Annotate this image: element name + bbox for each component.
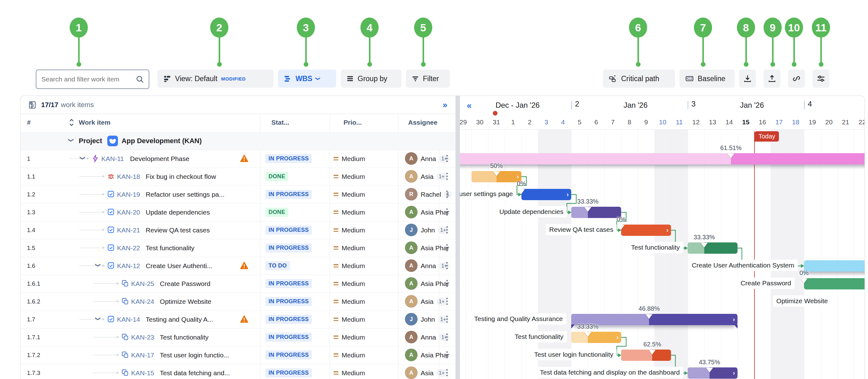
- col-header-priority[interactable]: Prio...: [343, 119, 362, 126]
- work-item-title[interactable]: Test data fetching and...: [160, 364, 230, 379]
- row-menu-button[interactable]: [446, 190, 448, 201]
- gantt-bar-row7[interactable]: [804, 278, 865, 289]
- work-item-title[interactable]: Testing and Quality A...: [146, 310, 213, 328]
- table-row-KAN-15[interactable]: 1.7.3KAN-15Test data fetching and...IN P…: [21, 364, 456, 379]
- status-badge[interactable]: IN PROGRESS: [266, 333, 312, 342]
- table-row-KAN-24[interactable]: 1.6.2KAN-24Optimize WebsiteIN PROGRESSMe…: [21, 292, 456, 311]
- table-row-KAN-21[interactable]: 1.4KAN-21Review QA test casesIN PROGRESS…: [21, 221, 456, 239]
- work-item-key[interactable]: KAN-14: [117, 310, 140, 328]
- chevron-down-icon[interactable]: ❯: [95, 263, 101, 267]
- table-row-KAN-23[interactable]: 1.7.1KAN-23Test functionalityIN PROGRESS…: [21, 328, 456, 346]
- search-input-wrap[interactable]: [36, 70, 149, 89]
- work-item-title[interactable]: Test user login functio...: [160, 346, 229, 364]
- col-header-status[interactable]: Stat...: [271, 119, 289, 126]
- row-menu-button[interactable]: [446, 350, 448, 361]
- chevron-down-icon[interactable]: ❯: [95, 316, 101, 321]
- row-menu-button[interactable]: [446, 297, 448, 308]
- gantt-bar-row2[interactable]: ›: [521, 189, 571, 200]
- work-item-key[interactable]: KAN-22: [117, 239, 140, 257]
- scroll-left-icon[interactable]: «: [467, 101, 471, 110]
- priority-cell[interactable]: Medium: [334, 168, 365, 185]
- status-badge[interactable]: IN PROGRESS: [266, 297, 312, 306]
- row-menu-button[interactable]: [446, 279, 448, 290]
- row-menu-button[interactable]: [446, 368, 448, 379]
- panel-splitter[interactable]: [456, 96, 460, 379]
- table-row-KAN-25[interactable]: 1.6.1KAN-25Create PasswordIN PROGRESSMed…: [21, 275, 456, 293]
- status-badge[interactable]: IN PROGRESS: [266, 190, 312, 199]
- settings-sliders-button[interactable]: [812, 70, 829, 88]
- work-item-key[interactable]: KAN-18: [117, 168, 140, 185]
- status-badge[interactable]: IN PROGRESS: [266, 243, 312, 252]
- work-item-key[interactable]: KAN-15: [131, 364, 154, 379]
- expand-all-icon[interactable]: [68, 118, 75, 128]
- expand-table-icon[interactable]: »: [443, 100, 447, 110]
- table-row-KAN-14[interactable]: 1.7❯KAN-14Testing and Quality A...IN PRO…: [21, 310, 456, 329]
- work-item-title[interactable]: Refactor user settings pa...: [146, 185, 225, 203]
- work-item-key[interactable]: KAN-11: [101, 150, 124, 168]
- row-menu-button[interactable]: [446, 261, 448, 272]
- gantt-bar-row3[interactable]: [571, 207, 621, 218]
- table-row-KAN-17[interactable]: 1.7.2KAN-17Test user login functio...IN …: [21, 346, 456, 364]
- work-item-title[interactable]: Update dependencies: [146, 203, 210, 221]
- work-item-key[interactable]: KAN-20: [117, 203, 140, 221]
- search-input[interactable]: [36, 75, 135, 83]
- work-item-title[interactable]: Optimize Website: [160, 292, 211, 310]
- col-header-num[interactable]: #: [27, 119, 31, 126]
- priority-cell[interactable]: Medium: [334, 292, 365, 310]
- gantt-bar-row10[interactable]: ›: [571, 332, 621, 343]
- gantt-bar-row5[interactable]: [688, 242, 738, 254]
- work-item-key[interactable]: KAN-21: [117, 221, 140, 239]
- work-item-key[interactable]: KAN-23: [131, 328, 154, 346]
- priority-cell[interactable]: Medium: [334, 203, 365, 221]
- status-badge[interactable]: DONE: [266, 172, 288, 181]
- table-row-KAN-11[interactable]: 1❯KAN-11Development PhaseIN PROGRESSMedi…: [21, 150, 456, 168]
- work-item-key[interactable]: KAN-12: [117, 257, 140, 275]
- row-menu-button[interactable]: [446, 333, 448, 344]
- gantt-bar-row6[interactable]: [804, 260, 865, 272]
- priority-cell[interactable]: Medium: [334, 257, 365, 275]
- work-item-key[interactable]: KAN-17: [131, 346, 154, 364]
- status-badge[interactable]: IN PROGRESS: [266, 279, 312, 288]
- row-menu-button[interactable]: [446, 226, 448, 237]
- link-button[interactable]: [788, 70, 805, 88]
- priority-cell[interactable]: Medium: [334, 221, 365, 239]
- chevron-down-icon[interactable]: ❯: [68, 138, 74, 142]
- critical-path-button[interactable]: Critical path: [603, 70, 675, 88]
- upload-button[interactable]: [764, 70, 780, 88]
- filter-button[interactable]: Filter: [406, 70, 450, 88]
- work-item-key[interactable]: KAN-19: [117, 185, 140, 203]
- project-row[interactable]: ❯ Project App Development (KAN): [21, 132, 456, 150]
- table-row-KAN-18[interactable]: 1.1KAN-18Fix bug in checkout flowDONEMed…: [21, 168, 456, 186]
- work-item-key[interactable]: KAN-24: [131, 292, 154, 310]
- table-row-KAN-20[interactable]: 1.3KAN-20Update dependenciesDONEMediumAA…: [21, 203, 456, 221]
- row-menu-button[interactable]: [446, 208, 448, 219]
- priority-cell[interactable]: Medium: [334, 364, 365, 379]
- chevron-down-icon[interactable]: ❯: [80, 156, 86, 160]
- status-badge[interactable]: IN PROGRESS: [266, 350, 312, 359]
- work-item-title[interactable]: Development Phase: [130, 150, 189, 168]
- table-row-KAN-19[interactable]: 1.2KAN-19Refactor user settings pa...IN …: [21, 185, 456, 204]
- table-row-KAN-12[interactable]: 1.6❯KAN-12Create User Authenti...TO DOMe…: [21, 257, 456, 275]
- row-menu-button[interactable]: [446, 172, 448, 183]
- row-menu-button[interactable]: [446, 243, 448, 254]
- work-item-title[interactable]: Create Password: [160, 275, 211, 292]
- work-item-title[interactable]: Test functionality: [160, 328, 209, 346]
- status-badge[interactable]: TO DO: [266, 261, 290, 270]
- row-menu-button[interactable]: [446, 315, 448, 326]
- gantt-bar-row0[interactable]: [460, 153, 865, 165]
- priority-cell[interactable]: Medium: [334, 328, 365, 346]
- row-menu-button[interactable]: [446, 154, 448, 165]
- col-header-work-item[interactable]: Work item: [79, 119, 111, 126]
- priority-cell[interactable]: Medium: [334, 239, 365, 257]
- priority-cell[interactable]: Medium: [334, 310, 365, 328]
- baseline-button[interactable]: Baseline: [679, 70, 735, 88]
- work-item-title[interactable]: Create User Authenti...: [146, 257, 212, 275]
- gantt-bar-row4[interactable]: ›: [621, 225, 671, 236]
- work-item-title[interactable]: Fix bug in checkout flow: [146, 168, 216, 185]
- work-item-key[interactable]: KAN-25: [131, 275, 154, 292]
- col-header-assignee[interactable]: Assignee: [408, 119, 437, 126]
- priority-cell[interactable]: Medium: [334, 346, 365, 364]
- work-item-title[interactable]: Review QA test cases: [146, 221, 210, 239]
- priority-cell[interactable]: Medium: [334, 185, 365, 203]
- status-badge[interactable]: IN PROGRESS: [266, 154, 312, 163]
